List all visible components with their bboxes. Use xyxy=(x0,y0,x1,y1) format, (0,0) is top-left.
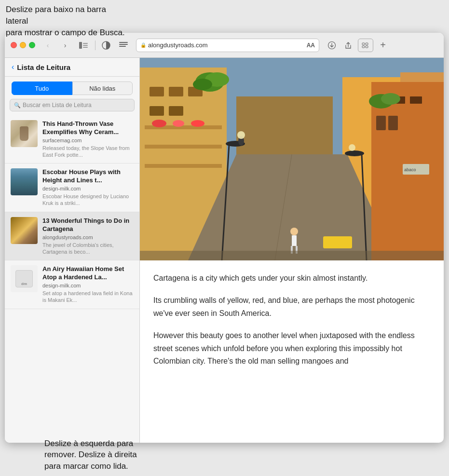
close-button[interactable] xyxy=(11,42,17,48)
lock-icon: 🔒 xyxy=(140,42,146,48)
url-text: alongdustyroads.com xyxy=(148,41,305,49)
svg-point-53 xyxy=(381,93,400,105)
svg-point-26 xyxy=(152,120,166,127)
item-content: An Airy Hawaiian Home Set Atop a Hardene… xyxy=(42,265,134,303)
svg-rect-18 xyxy=(150,87,164,96)
maximize-button[interactable] xyxy=(29,42,35,48)
svg-text:abaco: abaco xyxy=(404,167,416,172)
filter-buttons: Tudo Não lidas xyxy=(12,82,133,95)
minimize-button[interactable] xyxy=(20,42,26,48)
list-item[interactable]: dm An Airy Hawaiian Home Set Atop a Hard… xyxy=(5,260,139,309)
main-content: ‹ Lista de Leitura Tudo Não lidas 🔍 Busc… xyxy=(5,58,444,443)
traffic-lights xyxy=(11,42,35,48)
search-placeholder: Buscar em Lista de Leitura xyxy=(23,102,92,109)
svg-rect-0 xyxy=(79,42,82,49)
list-item[interactable]: 13 Wonderful Things to Do in Cartagena a… xyxy=(5,212,139,260)
svg-rect-21 xyxy=(150,106,164,116)
svg-rect-25 xyxy=(145,164,222,168)
annotation-bottom: Deslize à esquerda para remover. Deslize… xyxy=(39,434,145,476)
item-description: Set atop a hardened lava field in Kona i… xyxy=(42,290,134,304)
sidebar: ‹ Lista de Leitura Tudo Não lidas 🔍 Busc… xyxy=(5,58,140,443)
svg-point-41 xyxy=(237,131,245,139)
svg-rect-22 xyxy=(169,106,183,116)
svg-point-45 xyxy=(290,228,298,235)
item-title: This Hand-Thrown Vase Exemplifies Why Ce… xyxy=(42,120,134,136)
svg-point-44 xyxy=(349,144,355,151)
thumbnail-inner: dm xyxy=(15,270,33,287)
item-content: 13 Wonderful Things to Do in Cartagena a… xyxy=(42,217,134,255)
item-source: design-milk.com xyxy=(42,186,134,191)
svg-rect-36 xyxy=(376,116,386,130)
item-source: alongdustyroads.com xyxy=(42,234,134,240)
svg-rect-11 xyxy=(362,46,365,48)
svg-rect-3 xyxy=(83,47,88,48)
new-tab-button[interactable]: + xyxy=(376,39,390,52)
svg-rect-37 xyxy=(388,116,398,130)
share-button[interactable] xyxy=(341,39,355,52)
svg-rect-57 xyxy=(140,251,444,260)
address-bar[interactable]: 🔒 alongdustyroads.com AA xyxy=(136,39,319,52)
article-paragraph-1: Cartagena is a city which gets under you… xyxy=(153,272,430,285)
item-content: Escobar House Plays with Height and Line… xyxy=(42,168,134,206)
item-thumbnail xyxy=(11,217,38,244)
reading-list: This Hand-Thrown Vase Exemplifies Why Ce… xyxy=(5,115,139,443)
item-thumbnail xyxy=(11,168,38,195)
item-title: 13 Wonderful Things to Do in Cartagena xyxy=(42,217,134,233)
toolbar-right: + xyxy=(325,39,390,52)
sidebar-header: ‹ Lista de Leitura xyxy=(5,58,139,77)
svg-rect-24 xyxy=(145,145,222,149)
article-paragraph-2: Its crumbling walls of yellow, red, and … xyxy=(153,294,430,320)
svg-rect-12 xyxy=(366,46,368,48)
item-thumbnail xyxy=(11,120,38,147)
item-description: Released today, the Slope Vase from East… xyxy=(42,145,134,159)
svg-rect-56 xyxy=(323,236,352,248)
download-button[interactable] xyxy=(325,39,339,52)
article-content: abaco Cartagena is a city which gets und… xyxy=(140,58,444,443)
svg-rect-7 xyxy=(119,46,126,47)
item-source: surfacemag.com xyxy=(42,137,134,143)
article-paragraph-3: However this beauty goes to another leve… xyxy=(153,329,430,367)
sidebar-back-button[interactable]: ‹ xyxy=(12,63,14,71)
filter-all-button[interactable]: Tudo xyxy=(12,82,72,95)
filter-unread-button[interactable]: Não lidas xyxy=(72,82,133,95)
svg-rect-9 xyxy=(362,43,365,45)
sidebar-title: Lista de Leitura xyxy=(17,63,70,71)
item-thumbnail: dm xyxy=(11,265,38,292)
item-source: design-milk.com xyxy=(42,283,134,288)
article-hero-image: abaco xyxy=(140,58,444,260)
item-description: Escobar House designed by Luciano Kruk i… xyxy=(42,193,134,207)
item-content: This Hand-Thrown Vase Exemplifies Why Ce… xyxy=(42,120,134,158)
search-icon: 🔍 xyxy=(14,102,21,109)
svg-rect-2 xyxy=(83,45,88,46)
svg-point-27 xyxy=(173,120,184,127)
list-item[interactable]: This Hand-Thrown Vase Exemplifies Why Ce… xyxy=(5,115,139,163)
svg-point-28 xyxy=(191,120,204,127)
svg-rect-19 xyxy=(169,87,183,96)
svg-rect-35 xyxy=(410,96,422,104)
browser-window: ‹ › xyxy=(5,33,444,443)
svg-rect-6 xyxy=(119,44,128,45)
svg-point-51 xyxy=(193,79,212,90)
list-item[interactable]: Escobar House Plays with Height and Line… xyxy=(5,163,139,212)
item-title: Escobar House Plays with Height and Line… xyxy=(42,168,134,185)
item-description: The jewel of Colombia's cities, Cartagen… xyxy=(42,242,134,256)
annotation-top: Deslize para baixo na barra lateral para… xyxy=(0,0,135,42)
search-bar[interactable]: 🔍 Buscar em Lista de Leitura xyxy=(10,99,135,111)
tab-overview-button[interactable] xyxy=(358,39,373,52)
svg-rect-1 xyxy=(83,43,88,44)
reader-mode-button[interactable]: AA xyxy=(307,42,315,49)
item-title: An Airy Hawaiian Home Set Atop a Hardene… xyxy=(42,265,134,282)
svg-rect-46 xyxy=(292,235,297,246)
svg-point-43 xyxy=(345,150,364,156)
article-text: Cartagena is a city which gets under you… xyxy=(140,260,444,443)
svg-rect-10 xyxy=(366,43,368,45)
